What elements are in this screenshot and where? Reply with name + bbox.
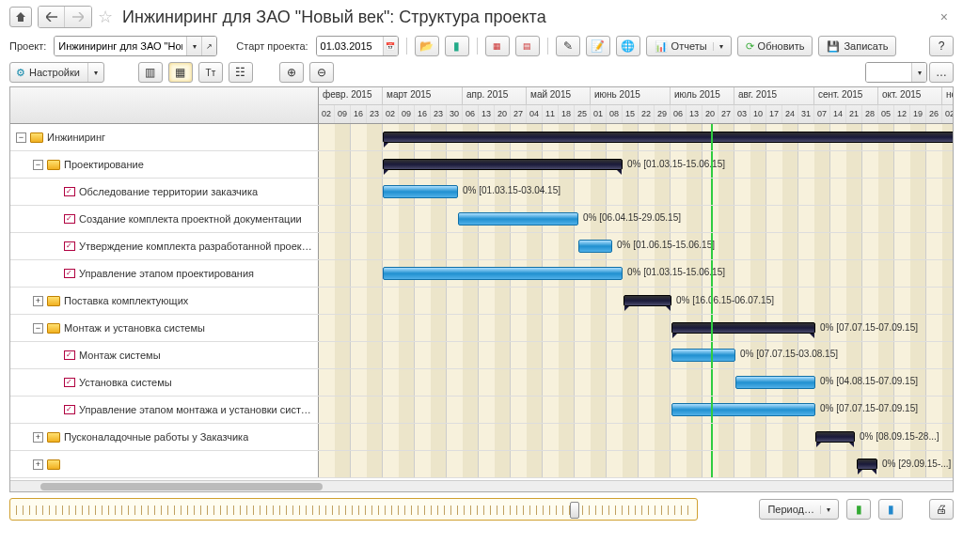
project-label: Проект: [9, 40, 46, 52]
expander-icon[interactable]: − [16, 132, 26, 143]
day-header: 14 [830, 105, 846, 123]
home-button[interactable] [9, 7, 32, 27]
gantt-row[interactable]: −Проектирование0% [01.03.15-15.06.15] [10, 151, 953, 179]
star-icon[interactable]: ☆ [98, 7, 113, 27]
help-button[interactable]: ? [929, 36, 954, 56]
ruler-handle[interactable] [570, 502, 579, 519]
day-header: 06 [463, 105, 479, 123]
task-label[interactable]: Создание комплекта проектной документаци… [10, 206, 319, 232]
red-doc2-button[interactable]: ▤ [515, 36, 540, 56]
project-input[interactable] [55, 37, 186, 55]
gantt-row[interactable]: +0% [29.09.15-...] [10, 451, 953, 478]
gantt-row[interactable]: Утверждение комплекта разработанной прое… [10, 233, 953, 260]
task-label[interactable]: +Поставка комплектующих [10, 288, 319, 314]
expander-icon[interactable]: + [33, 296, 43, 306]
task-icon [64, 350, 75, 360]
green-book-button[interactable]: ▮ [445, 36, 469, 56]
expander-icon[interactable]: − [33, 323, 43, 334]
summary-bar[interactable]: 0% [08.09.15-28...] [815, 431, 855, 443]
view-tree-button[interactable]: ☷ [229, 62, 253, 83]
settings-button[interactable]: ⚙Настройки▾ [9, 62, 104, 83]
edit-doc-button[interactable]: 📝 [586, 36, 610, 56]
task-label[interactable]: Обследование территории заказчика [10, 179, 319, 205]
task-bar[interactable]: 0% [07.07.15-03.08.15] [671, 349, 735, 362]
task-bar[interactable]: 0% [06.04.15-29.05.15] [458, 212, 578, 226]
task-label[interactable]: + [10, 451, 319, 477]
globe-button[interactable]: 🌐 [616, 36, 640, 56]
gantt-row[interactable]: Монтаж системы0% [07.07.15-03.08.15] [10, 342, 953, 369]
more-button[interactable]: … [929, 62, 954, 83]
task-label[interactable]: Утверждение комплекта разработанной прое… [10, 233, 319, 259]
view-text-button[interactable]: Тт [198, 62, 223, 83]
right-combo[interactable]: ▾ [865, 62, 927, 83]
back-button[interactable] [39, 7, 65, 27]
gantt-row[interactable]: Установка системы0% [04.08.15-07.09.15] [10, 369, 953, 397]
row-chart: 0% [29.09.15-...] [319, 451, 953, 477]
summary-bar[interactable]: 0% [16.06.15-06.07.15] [624, 295, 671, 306]
task-bar[interactable]: 0% [01.03.15-03.04.15] [383, 185, 458, 198]
dropdown-icon[interactable]: ▾ [186, 37, 201, 55]
task-label[interactable]: Установка системы [10, 369, 319, 396]
month-header: февр. 2015 [319, 87, 383, 104]
day-header: 10 [750, 105, 766, 123]
refresh-button[interactable]: ⟳Обновить [737, 36, 813, 56]
edit-button[interactable]: ✎ [556, 36, 580, 56]
task-bar[interactable]: 0% [01.03.15-15.06.15] [383, 267, 623, 280]
expander-icon[interactable]: + [33, 432, 43, 443]
gantt-row[interactable]: +Пусконаладочные работы у Заказчика0% [0… [10, 424, 953, 451]
start-date-combo[interactable]: 📅 [316, 36, 399, 56]
period-button[interactable]: Период…▾ [759, 499, 839, 520]
folder-icon [47, 296, 60, 306]
print-button[interactable]: 🖨 [929, 499, 954, 520]
reports-button[interactable]: 📊Отчеты▾ [646, 36, 732, 56]
summary-bar[interactable]: 0% [07.07.15-07.09.15] [671, 322, 815, 334]
open-icon[interactable]: ↗ [201, 37, 216, 55]
task-icon [64, 187, 75, 196]
task-label[interactable]: −Проектирование [10, 151, 319, 178]
row-chart: 0% [07.07.15-07.09.15] [319, 397, 953, 423]
today-line [711, 179, 713, 205]
gantt-row[interactable]: Обследование территории заказчика0% [01.… [10, 179, 953, 206]
dropdown-icon[interactable]: ▾ [911, 63, 926, 82]
gantt-row[interactable]: −Инжиниринг [10, 124, 953, 151]
gantt-row[interactable]: −Монтаж и установка системы0% [07.07.15-… [10, 315, 953, 342]
task-label[interactable]: Монтаж системы [10, 342, 319, 368]
gantt-row[interactable]: Управление этапом монтажа и установки си… [10, 397, 953, 424]
expander-icon[interactable]: − [33, 160, 43, 170]
day-header: 12 [894, 105, 910, 123]
view-gantt-button[interactable]: ▦ [168, 62, 193, 83]
task-bar[interactable]: 0% [07.07.15-07.09.15] [671, 403, 815, 416]
folder-open-button[interactable]: 📂 [415, 36, 439, 56]
task-label[interactable]: −Монтаж и установка системы [10, 315, 319, 341]
task-label[interactable]: Управление этапом проектирования [10, 260, 319, 287]
start-date-input[interactable] [317, 37, 383, 55]
task-bar[interactable]: 0% [01.06.15-15.06.15] [578, 240, 612, 253]
gantt-row[interactable]: Управление этапом проектирования0% [01.0… [10, 260, 953, 288]
summary-bar[interactable]: 0% [01.03.15-15.06.15] [383, 159, 623, 170]
task-label[interactable]: +Пусконаладочные работы у Заказчика [10, 424, 319, 450]
save-button[interactable]: 💾Записать [818, 36, 896, 56]
legend1-button[interactable]: ▮ [846, 499, 871, 520]
task-label[interactable]: −Инжиниринг [10, 124, 319, 150]
zoom-in-button[interactable]: ⊕ [279, 62, 304, 83]
close-button[interactable]: × [935, 8, 954, 26]
horizontal-scrollbar[interactable] [10, 480, 953, 491]
red-doc1-button[interactable]: ▦ [485, 36, 510, 56]
summary-bar[interactable] [383, 132, 953, 143]
gantt-row[interactable]: +Поставка комплектующих0% [16.06.15-06.0… [10, 288, 953, 315]
today-line [711, 397, 713, 423]
zoom-ruler[interactable] [9, 498, 698, 521]
task-name: Установка системы [79, 377, 172, 388]
legend2-button[interactable]: ▮ [878, 499, 903, 520]
view-list-button[interactable]: ▥ [138, 62, 163, 83]
task-bar[interactable]: 0% [04.08.15-07.09.15] [735, 376, 815, 389]
summary-bar[interactable]: 0% [29.09.15-...] [857, 459, 877, 470]
forward-button[interactable] [65, 7, 91, 27]
gantt-row[interactable]: Создание комплекта проектной документаци… [10, 206, 953, 233]
expander-icon[interactable]: + [33, 459, 43, 470]
task-label[interactable]: Управление этапом монтажа и установки си… [10, 397, 319, 423]
day-header: 19 [910, 105, 926, 123]
zoom-out-button[interactable]: ⊖ [309, 62, 334, 83]
project-combo[interactable]: ▾ ↗ [54, 36, 217, 56]
calendar-icon[interactable]: 📅 [383, 37, 398, 55]
